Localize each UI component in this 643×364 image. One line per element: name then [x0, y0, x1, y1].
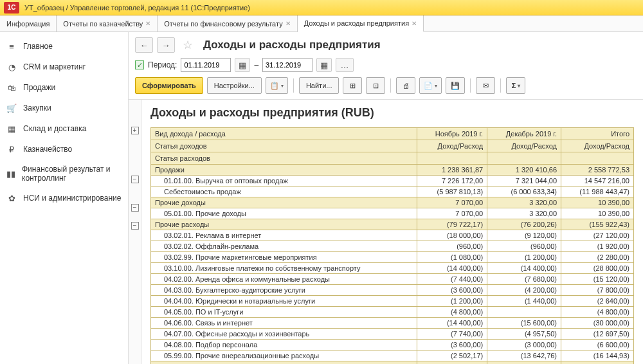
collapse-node-icon[interactable]: − — [131, 176, 139, 183]
date-to-input[interactable] — [262, 58, 312, 72]
cell: 7 321 044,00 — [487, 176, 561, 187]
tab[interactable]: Информация — [0, 15, 57, 32]
cell: (15 120,00) — [561, 274, 634, 285]
cell: (1 200,00) — [417, 296, 487, 307]
cell: Продажи — [151, 165, 417, 176]
date-to-picker[interactable]: ▦ — [316, 58, 332, 72]
tab[interactable]: Доходы и расходы предприятия✕ — [298, 15, 424, 32]
separator — [390, 78, 391, 93]
cell: (16 144,93) — [561, 350, 634, 361]
date-from-picker[interactable]: ▦ — [235, 58, 250, 72]
nav-label: Казначейство — [23, 145, 72, 154]
cell — [417, 152, 487, 165]
cell: (14 400,00) — [417, 263, 487, 274]
cell: 2 413 240,10 — [561, 361, 634, 365]
nav-item[interactable]: 🛒Закупки — [0, 98, 128, 118]
separator — [500, 78, 501, 93]
forward-button[interactable]: → — [157, 37, 175, 53]
cell: 1 320 410,66 — [487, 165, 561, 176]
cell: (11 988 443,47) — [561, 187, 634, 197]
generate-button[interactable]: Сформировать — [135, 77, 203, 94]
cell: 10 390,00 — [561, 208, 634, 219]
sum-button[interactable]: Σ▾ — [506, 77, 525, 94]
cell: (1 080,00) — [417, 252, 487, 263]
cell: (18 000,00) — [417, 230, 487, 241]
report-area: Доходы и расходы предприятия (RUB) Вид д… — [141, 100, 643, 364]
tab-label: Отчеты по казначейству — [63, 20, 143, 28]
report-button[interactable]: 📄▾ — [419, 77, 442, 94]
structure-button[interactable]: ⊞ — [343, 77, 362, 94]
cell: (13 642,76) — [487, 350, 561, 361]
cell: 04.02.00. Аренда офиса и коммунальные ра… — [151, 274, 417, 285]
report-table: Вид дохода / расходаНоябрь 2019 г.Декабр… — [150, 127, 634, 364]
cell: 2 558 772,53 — [561, 165, 634, 176]
date-dash: – — [254, 60, 258, 69]
period-label: Период: — [148, 60, 177, 69]
print-button[interactable]: 🖨 — [396, 77, 415, 94]
nav-icon: ✿ — [6, 193, 17, 203]
nav-icon: 🛍 — [6, 82, 17, 93]
nav-icon: ₽ — [6, 144, 17, 154]
nav-item[interactable]: ≡Главное — [0, 36, 128, 57]
cell: (155 922,43) — [561, 219, 634, 230]
expand-button[interactable]: ⊡ — [366, 77, 385, 94]
back-button[interactable]: ← — [135, 37, 153, 53]
cell: (2 280,00) — [561, 252, 634, 263]
settings-button[interactable]: Настройки... — [207, 77, 262, 94]
cell: (79 722,17) — [417, 219, 487, 230]
cell: 01.01.00. Выручка от оптовых продаж — [151, 176, 417, 187]
cell: (7 680,00) — [487, 274, 561, 285]
expand-all-icon[interactable]: + — [131, 127, 139, 134]
nav-label: Главное — [23, 42, 53, 51]
cell: Доход/Расход — [417, 140, 487, 152]
date-more-button[interactable]: … — [336, 58, 354, 72]
cell: 04.05.00. ПО и IT-услуги — [151, 307, 417, 318]
cell: 04.08.00. Подбор персонала — [151, 340, 417, 350]
cell: (2 502,17) — [417, 350, 487, 361]
cell: Доход/Расход — [487, 140, 561, 152]
cell: Вид дохода / расхода — [151, 128, 417, 140]
cell: 03.02.01. Реклама в интернет — [151, 230, 417, 241]
cell: 03.02.99. Прочие маркетинговые мероприят… — [151, 252, 417, 263]
cell: 7 070,00 — [417, 208, 487, 219]
close-icon[interactable]: ✕ — [145, 20, 150, 27]
cell: Прочие расходы — [151, 219, 417, 230]
period-checkbox[interactable]: ✓ — [135, 60, 144, 69]
nav-item[interactable]: ▦Склад и доставка — [0, 118, 128, 139]
tab[interactable]: Отчеты по финансовому результату✕ — [158, 15, 297, 32]
cell: 04.04.00. Юридически и нотариальные услу… — [151, 296, 417, 307]
nav-item[interactable]: ✿НСИ и администрирование — [0, 188, 128, 208]
cell: (4 200,00) — [487, 285, 561, 296]
nav-item[interactable]: 🛍Продажи — [0, 77, 128, 98]
favorite-button[interactable]: ☆ — [179, 37, 197, 53]
copy-button[interactable]: 📋▾ — [266, 77, 288, 94]
cell: 03.10.00. Лизинговые платежи по собствен… — [151, 263, 417, 274]
cell: (2 640,00) — [561, 296, 634, 307]
cell: (9 120,00) — [487, 230, 561, 241]
save-button[interactable]: 💾 — [446, 77, 465, 94]
close-icon[interactable]: ✕ — [412, 20, 417, 27]
close-icon[interactable]: ✕ — [285, 20, 291, 27]
cell: (30 000,00) — [561, 318, 634, 329]
nav-item[interactable]: ₽Казначейство — [0, 139, 128, 159]
cell: Декабрь 2019 г. — [487, 128, 561, 140]
nav-icon: ▦ — [6, 123, 17, 134]
cell: Статья расходов — [151, 152, 417, 165]
cell: 3 320,00 — [487, 208, 561, 219]
content-area: ← → ☆ Доходы и расходы предприятия ✓ Пер… — [129, 32, 643, 364]
mail-button[interactable]: ✉ — [476, 77, 495, 94]
nav-label: Склад и доставка — [23, 124, 86, 133]
collapse-node-icon[interactable]: − — [131, 204, 139, 212]
cell: (27 120,00) — [561, 230, 634, 241]
tab[interactable]: Отчеты по казначейству✕ — [57, 15, 158, 32]
collapse-node-icon[interactable]: − — [131, 222, 139, 230]
nav-item[interactable]: ▮▮Финансовый результат и контроллинг — [0, 159, 128, 188]
cell: Итого — [151, 361, 417, 365]
find-button[interactable]: Найти... — [299, 77, 340, 94]
cell: (12 697,50) — [561, 329, 634, 340]
date-from-input[interactable] — [181, 58, 231, 72]
cell: 04.03.00. Бухгалтерско-аудиторские услуг… — [151, 285, 417, 296]
nav-item[interactable]: ◔CRM и маркетинг — [0, 57, 128, 77]
cell: (4 957,50) — [487, 329, 561, 340]
nav-label: CRM и маркетинг — [23, 62, 86, 71]
